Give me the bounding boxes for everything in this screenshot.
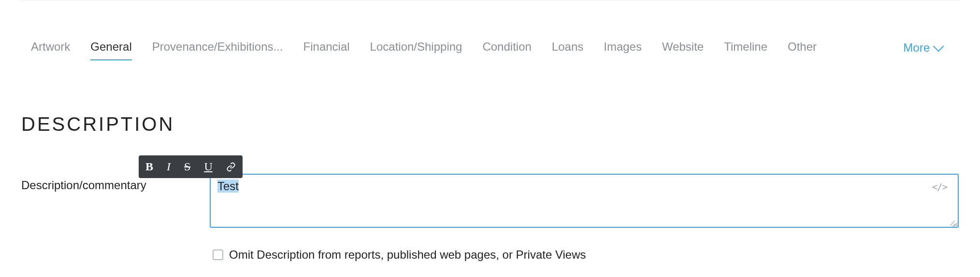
- omit-description-checkbox[interactable]: [213, 249, 223, 260]
- tabs-row: Artwork General Provenance/Exhibitions..…: [0, 35, 980, 60]
- tab-more[interactable]: More: [903, 41, 942, 55]
- description-input-wrap: B I S U Test </>: [210, 174, 959, 228]
- description-text-selection: Test: [217, 180, 239, 193]
- tab-website[interactable]: Website: [662, 35, 704, 60]
- top-divider: [19, 0, 961, 0]
- omit-description-row: Omit Description from reports, published…: [0, 248, 980, 262]
- section-title: Description: [0, 113, 980, 135]
- tab-other[interactable]: Other: [788, 35, 817, 60]
- chevron-down-icon: [933, 41, 944, 52]
- text-format-toolbar: B I S U: [139, 155, 243, 178]
- tab-more-label: More: [903, 41, 930, 55]
- tab-location-shipping[interactable]: Location/Shipping: [370, 35, 462, 60]
- resize-handle[interactable]: [949, 218, 956, 225]
- italic-button[interactable]: I: [167, 160, 171, 173]
- tab-condition[interactable]: Condition: [482, 35, 531, 60]
- underline-button[interactable]: U: [204, 160, 212, 173]
- omit-description-label: Omit Description from reports, published…: [229, 248, 586, 262]
- bold-button[interactable]: B: [145, 160, 153, 173]
- description-textarea[interactable]: Test </>: [210, 174, 959, 228]
- tab-artwork[interactable]: Artwork: [31, 35, 70, 60]
- tab-loans[interactable]: Loans: [552, 35, 583, 60]
- tab-timeline[interactable]: Timeline: [724, 35, 767, 60]
- description-field-row: Description/commentary B I S U Test </>: [0, 174, 980, 228]
- link-icon: [226, 162, 236, 172]
- tab-provenance-exhibitions[interactable]: Provenance/Exhibitions...: [152, 35, 283, 60]
- tab-images[interactable]: Images: [604, 35, 642, 60]
- code-view-button[interactable]: </>: [932, 181, 947, 192]
- tab-financial[interactable]: Financial: [303, 35, 350, 60]
- link-button[interactable]: [226, 162, 236, 172]
- strikethrough-button[interactable]: S: [184, 160, 190, 173]
- tab-general[interactable]: General: [90, 35, 131, 60]
